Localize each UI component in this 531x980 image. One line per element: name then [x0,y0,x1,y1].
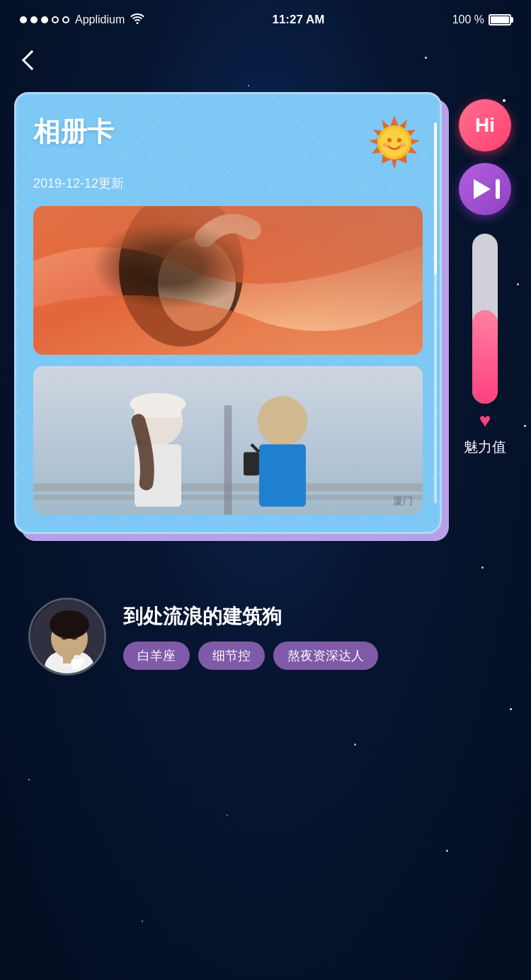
card-title: 相册卡 [33,114,114,150]
play-icon-group [471,179,500,199]
hi-label: Hi [475,114,495,137]
signal-dot-5 [62,16,69,23]
carrier-name: Applidium [75,13,125,26]
photo1-image [33,206,423,355]
battery-percent: 100 % [452,13,484,26]
svg-rect-20 [244,452,259,476]
sun-icon [366,114,423,171]
svg-point-4 [397,138,401,142]
tag-aries[interactable]: 白羊座 [123,642,190,670]
profile-info: 到处流浪的建筑狗 白羊座 细节控 熬夜资深达人 [123,603,503,670]
svg-point-28 [50,610,89,639]
meter-track [472,234,498,404]
hi-button[interactable]: Hi [459,99,511,152]
content-area: 相册卡 2 [0,92,531,534]
back-arrow-icon [22,50,42,70]
charm-meter: ♥ 魅力值 [464,234,506,457]
charm-label: 魅力值 [464,438,506,457]
svg-point-6 [399,143,406,147]
battery-icon [489,14,511,25]
heart-icon: ♥ [479,409,491,432]
svg-point-2 [380,128,409,156]
svg-point-31 [79,658,85,663]
album-card-wrapper: 相册卡 2 [14,92,442,534]
svg-rect-7 [33,206,423,355]
battery-fill [491,16,509,23]
svg-rect-19 [259,445,306,507]
tag-detail[interactable]: 细节控 [198,642,265,670]
wifi-icon [130,13,144,28]
svg-point-32 [74,656,79,660]
play-button[interactable] [459,163,511,215]
svg-point-3 [387,138,392,142]
signal-dot-3 [41,16,48,23]
skip-bar-icon [496,179,500,199]
signal-dot-4 [52,16,59,23]
profile-name: 到处流浪的建筑狗 [123,603,503,630]
status-time: 11:27 AM [272,13,324,27]
status-bar: Applidium 11:27 AM 100 % [0,0,531,35]
svg-point-18 [258,396,307,445]
signal-dot-1 [20,16,27,23]
play-triangle-icon [474,179,491,199]
svg-point-9 [158,238,236,331]
signal-dots [20,16,69,23]
status-right: 100 % [452,13,511,26]
photo-frame-2[interactable]: 厦门 [33,366,423,515]
back-button[interactable] [14,42,50,78]
photo-frame-1[interactable] [33,206,423,355]
signal-dot-2 [30,16,38,23]
tag-nightowl[interactable]: 熬夜资深达人 [273,642,378,670]
right-sidebar: Hi ♥ 魅力值 [453,92,517,457]
svg-point-5 [382,143,389,147]
meter-fill [472,310,498,404]
album-card[interactable]: 相册卡 2 [14,92,442,534]
card-title-row: 相册卡 [33,114,423,171]
status-left: Applidium [20,13,144,28]
svg-rect-13 [224,406,232,515]
tags-row: 白羊座 细节控 熬夜资深达人 [123,642,503,670]
card-scrollbar[interactable] [434,122,437,503]
user-avatar[interactable] [28,598,106,676]
card-date: 2019-12-12更新 [33,175,423,192]
svg-point-8 [119,206,244,347]
profile-section: 到处流浪的建筑狗 白羊座 细节控 熬夜资深达人 [0,576,531,697]
scrollbar-thumb [434,122,437,275]
photo2-location: 厦门 [393,495,413,508]
